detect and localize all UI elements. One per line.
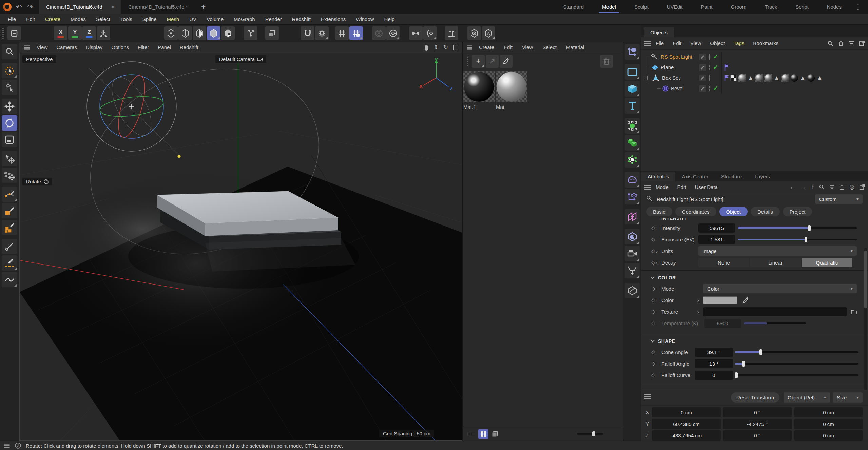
spline-primitive-button[interactable] — [625, 64, 640, 80]
move-tool-button[interactable] — [2, 99, 17, 114]
position-x-input[interactable]: 0 cm — [652, 407, 721, 417]
new-tab-button[interactable]: + — [195, 0, 212, 14]
viewport-canvas[interactable]: Perspective Default Camera Rotate Grid S… — [19, 53, 462, 441]
camera-label[interactable]: Default Camera — [215, 55, 266, 63]
filter-icon[interactable] — [849, 41, 854, 46]
bevel-icon[interactable] — [662, 85, 669, 92]
enabled-check-icon[interactable]: ✓ — [712, 64, 719, 71]
forward-icon[interactable]: → — [801, 184, 806, 191]
chevron-right-icon[interactable]: › — [697, 297, 699, 303]
tree-row-box-set[interactable]: − Box Set — [641, 73, 868, 83]
keyframe-diamond-icon[interactable]: ◇ — [651, 372, 655, 378]
layout-tab-model[interactable]: Model — [593, 0, 625, 14]
menu-mesh[interactable]: Mesh — [162, 16, 185, 22]
menu-icon[interactable] — [644, 41, 651, 46]
rotation-p-input[interactable]: -4.2475 ° — [723, 419, 792, 429]
falloff-curve-slider[interactable] — [735, 374, 858, 376]
scale-y-input[interactable]: 0 cm — [794, 419, 863, 429]
layout-tab-uvedit[interactable]: UVEdit — [658, 0, 692, 14]
folder-icon[interactable] — [851, 309, 857, 314]
layer-view-button[interactable] — [490, 429, 500, 439]
shape-section-header[interactable]: SHAPE — [641, 336, 868, 346]
normals-button[interactable] — [445, 26, 458, 40]
attributes-scrollbar[interactable] — [864, 248, 867, 390]
material-thumbnail[interactable] — [496, 71, 527, 102]
live-selection-tool-button[interactable] — [2, 63, 17, 78]
layout-tab-sculpt[interactable]: Sculpt — [625, 0, 658, 14]
material-menu-create[interactable]: Create — [474, 44, 499, 50]
axis-z-toggle[interactable]: Z — [82, 26, 96, 40]
motext-button[interactable] — [625, 98, 640, 114]
phong-tag-icon[interactable]: ▲ — [773, 74, 780, 82]
popout-icon[interactable] — [860, 184, 865, 190]
symmetry-generator-button[interactable] — [625, 209, 640, 224]
grid-view-button[interactable] — [478, 429, 488, 439]
target-icon[interactable]: ◎ — [849, 183, 854, 191]
snap-button[interactable] — [301, 26, 314, 40]
color-swatch[interactable] — [703, 296, 737, 304]
object-name[interactable]: Bevel — [671, 85, 684, 91]
coordinate-system-button[interactable] — [97, 26, 110, 40]
scale-tool-button[interactable] — [2, 132, 17, 147]
phong-tag-icon[interactable]: ▲ — [816, 74, 823, 82]
scale-x-input[interactable]: 0 cm — [794, 407, 863, 417]
auto-axis-button[interactable]: A — [482, 26, 495, 40]
menu-render[interactable]: Render — [260, 16, 287, 22]
find-tool-button[interactable] — [2, 44, 17, 59]
menu-edit[interactable]: Edit — [21, 16, 40, 22]
menu-spline[interactable]: Spline — [137, 16, 162, 22]
viewport-menu-redshift[interactable]: Redshift — [175, 44, 203, 50]
symmetry-settings-button[interactable] — [423, 26, 437, 40]
model-mode-button[interactable] — [221, 26, 235, 40]
chip-coordinates[interactable]: Coordinates — [675, 207, 716, 216]
close-icon[interactable]: × — [112, 4, 115, 10]
quantize-button[interactable] — [335, 26, 349, 40]
keyframe-diamond-icon[interactable]: ◇ — [651, 297, 655, 303]
tab-objects[interactable]: Objects — [644, 27, 674, 37]
viewport-menu-options[interactable]: Options — [107, 44, 133, 50]
cone-angle-slider[interactable] — [735, 351, 858, 353]
keyframe-diamond-icon[interactable]: ◇ — [651, 309, 655, 315]
object-name[interactable]: Box Set — [662, 75, 680, 81]
chip-details[interactable]: Details — [751, 207, 780, 216]
edit-enable-toggle[interactable] — [699, 64, 706, 71]
toolbar-drag-handle[interactable] — [467, 56, 469, 66]
menu-modes[interactable]: Modes — [65, 16, 91, 22]
visibility-dots[interactable] — [708, 64, 711, 71]
spline-pen-tool-button[interactable] — [2, 187, 17, 202]
phong-tag-icon[interactable]: ▲ — [747, 74, 754, 82]
tree-row-rs-spot-light[interactable]: RS Spot Light ✓ — [641, 52, 868, 62]
menu-icon[interactable] — [644, 185, 651, 190]
layout-tab-track[interactable]: Track — [755, 0, 786, 14]
pick-material-button[interactable] — [500, 55, 513, 68]
menu-create[interactable]: Create — [40, 16, 65, 22]
chevron-right-icon[interactable]: › — [656, 248, 658, 254]
decay-none-button[interactable]: None — [698, 258, 749, 267]
document-tab-active[interactable]: Cinema4D_Tutorial6.c4d × — [39, 0, 121, 14]
plane-object-icon[interactable] — [651, 65, 659, 70]
viewport-solo-button[interactable] — [7, 26, 21, 40]
color-section-header[interactable]: COLOR — [641, 273, 868, 283]
material-tag-icon[interactable] — [807, 74, 815, 82]
axis-y-toggle[interactable]: Y — [68, 26, 82, 40]
menu-icon[interactable] — [24, 45, 30, 49]
dolly-icon[interactable]: ⇕ — [434, 44, 439, 51]
axis-x-toggle[interactable]: X — [54, 26, 67, 40]
rs-object-tag-icon[interactable] — [724, 64, 729, 71]
exposure-input[interactable]: 1.581 — [698, 235, 735, 244]
edit-enable-toggle[interactable] — [699, 54, 706, 60]
document-tab[interactable]: Cinema4D_Tutorial5.c4d * — [121, 0, 194, 14]
preset-dropdown[interactable]: Custom ▾ — [815, 194, 863, 204]
spline-arc-tool-button[interactable] — [625, 44, 640, 60]
tweak-tool-button[interactable] — [2, 80, 17, 95]
menu-icon[interactable] — [467, 45, 472, 49]
exposure-slider[interactable] — [738, 239, 857, 240]
intensity-input[interactable]: 59615 — [698, 223, 735, 233]
tab-structure[interactable]: Structure — [715, 172, 748, 181]
apply-material-button[interactable]: ↗ — [486, 55, 499, 68]
null-axis-button[interactable] — [625, 189, 640, 204]
sketch-tool-button[interactable] — [2, 203, 17, 218]
edges-mode-button[interactable] — [178, 26, 192, 40]
collapse-expander[interactable]: − — [643, 76, 648, 80]
menu-tools[interactable]: Tools — [115, 16, 137, 22]
